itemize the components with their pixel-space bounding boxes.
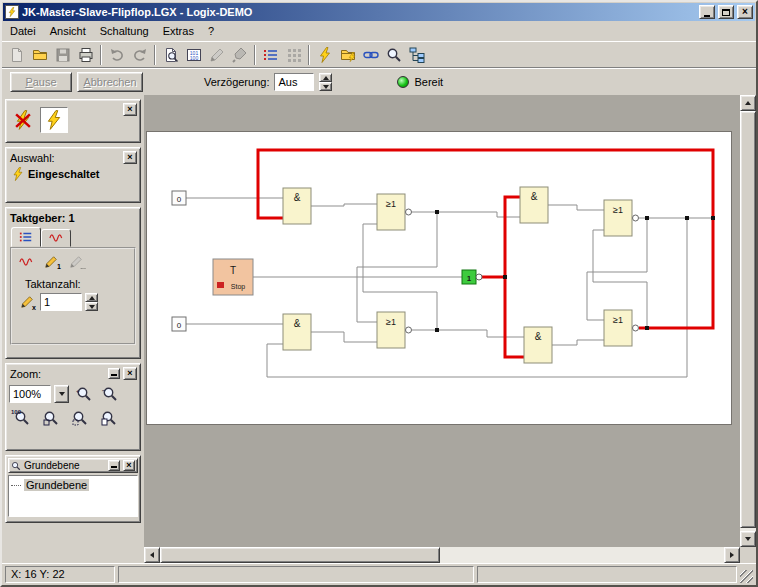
magnifier-fit-icon	[43, 410, 59, 426]
magnifier-icon	[386, 47, 402, 63]
selection-title: Auswahl:	[10, 152, 137, 164]
single-step-button[interactable]: 1	[40, 253, 62, 270]
lightning-off-icon	[13, 110, 33, 130]
levels-close-button[interactable]: ×	[123, 460, 135, 471]
undo-icon	[109, 47, 125, 63]
menu-item-ansicht[interactable]: Ansicht	[43, 22, 93, 40]
save-button[interactable]	[51, 44, 74, 66]
svg-text:≥1: ≥1	[386, 317, 396, 327]
levels-button[interactable]	[405, 44, 428, 66]
zoom-close-button[interactable]: ×	[123, 367, 137, 380]
brush-button[interactable]	[228, 44, 251, 66]
zoom-fit-button[interactable]	[38, 408, 64, 427]
svg-text:0: 0	[177, 321, 182, 330]
statusbar-message	[118, 566, 474, 583]
scroll-up-button[interactable]	[740, 95, 756, 111]
count-pen-button[interactable]: x	[17, 294, 37, 311]
wire-and1-or1	[311, 204, 377, 206]
resize-grip[interactable]	[740, 570, 753, 583]
probe-button[interactable]	[159, 44, 182, 66]
main-area: × × Auswahl: Eingeschaltet	[2, 95, 756, 563]
clock-generator[interactable]: T Stop	[213, 259, 253, 295]
wire-slave-feedback	[267, 218, 713, 377]
connection-button[interactable]	[359, 44, 382, 66]
vertical-scroll-thumb[interactable]	[740, 111, 756, 528]
new-button[interactable]	[5, 44, 28, 66]
simulation-off-button[interactable]	[9, 107, 37, 133]
minimize-button[interactable]	[699, 5, 715, 19]
svg-text:0: 0	[177, 195, 182, 204]
zoom-out-button[interactable]: −	[98, 384, 121, 404]
svg-text:T: T	[230, 265, 236, 276]
delay-input[interactable]	[274, 73, 314, 91]
or-gate-3[interactable]: ≥1	[604, 200, 632, 236]
tab-waveform[interactable]	[41, 229, 71, 247]
zoom-page-button[interactable]	[96, 408, 122, 427]
maximize-button[interactable]	[718, 5, 734, 19]
continuous-button[interactable]: ...	[65, 253, 87, 270]
vertical-scrollbar[interactable]	[740, 95, 756, 547]
horizontal-scroll-thumb[interactable]	[160, 547, 440, 563]
binary-display-button[interactable]: 101 100	[182, 44, 205, 66]
redo-button[interactable]	[128, 44, 151, 66]
print-button[interactable]	[74, 44, 97, 66]
scroll-right-button[interactable]	[724, 547, 740, 563]
pin	[406, 327, 412, 333]
and-gate-4[interactable]: &	[524, 327, 552, 363]
zoom-selection-button[interactable]	[67, 408, 93, 427]
selection-state: Eingeschaltet	[28, 168, 100, 180]
circuit-document[interactable]: 0 0 T Stop & & &	[146, 131, 732, 425]
or-gate-2[interactable]: ≥1	[377, 312, 405, 348]
count-input[interactable]	[40, 293, 82, 311]
grid-button[interactable]	[282, 44, 305, 66]
zoom-100-button[interactable]: 100	[9, 408, 35, 427]
input-source-a[interactable]: 0	[172, 191, 186, 205]
menu-item-datei[interactable]: Datei	[3, 22, 43, 40]
count-spin-down-button[interactable]	[85, 302, 98, 311]
palette-close-button[interactable]: ×	[123, 103, 137, 116]
and-gate-2[interactable]: &	[283, 314, 311, 350]
start-simulation-button[interactable]	[313, 44, 336, 66]
signal-indicator[interactable]: 1	[462, 270, 476, 284]
horizontal-scrollbar[interactable]	[144, 547, 740, 563]
and-gate-3[interactable]: &	[520, 187, 548, 223]
and-gate-1[interactable]: &	[283, 188, 311, 224]
zoom-dropdown-button[interactable]	[54, 385, 69, 403]
svg-text:&: &	[531, 191, 538, 202]
tag-button[interactable]	[205, 44, 228, 66]
tab-pattern[interactable]	[11, 227, 41, 247]
abort-button[interactable]: Abbrechen	[77, 72, 143, 92]
zoom-in-button[interactable]: +	[72, 384, 95, 404]
tree-item-grundebene[interactable]: Grundebene	[11, 479, 135, 491]
levels-panel: Grundebene × Grundebene	[5, 455, 141, 523]
close-button[interactable]: ×	[737, 5, 753, 19]
selection-close-button[interactable]: ×	[123, 151, 137, 164]
or-gate-4[interactable]: ≥1	[604, 310, 632, 346]
menu-item-extras[interactable]: Extras	[156, 22, 201, 40]
simulation-palette: ×	[5, 99, 141, 143]
menu-item-hilfe[interactable]: ?	[201, 22, 221, 40]
simulation-on-button[interactable]	[40, 107, 68, 133]
open-button[interactable]	[28, 44, 51, 66]
delay-spin-down-button[interactable]	[319, 82, 332, 91]
input-source-b[interactable]: 0	[172, 317, 186, 331]
pause-button[interactable]: Pause	[10, 72, 72, 92]
levels-minimize-button[interactable]	[108, 460, 120, 471]
or-gate-1[interactable]: ≥1	[377, 194, 405, 230]
waveform-button[interactable]	[15, 253, 37, 270]
scroll-left-button[interactable]	[144, 547, 160, 563]
auto-simulation-button[interactable]	[336, 44, 359, 66]
zoom-level-input[interactable]	[9, 385, 51, 403]
undo-button[interactable]	[105, 44, 128, 66]
pin	[633, 325, 639, 331]
maximize-icon	[722, 9, 730, 16]
zoom-minimize-button[interactable]	[108, 368, 120, 379]
menu-item-schaltung[interactable]: Schaltung	[93, 22, 156, 40]
test-pattern-button[interactable]	[259, 44, 282, 66]
wire-and4-or4	[552, 340, 604, 345]
scroll-down-button[interactable]	[740, 531, 756, 547]
count-spin-up-button[interactable]	[85, 293, 98, 302]
delay-spin-up-button[interactable]	[319, 73, 332, 82]
zoom-tool-button[interactable]	[382, 44, 405, 66]
toolbar-separator	[100, 45, 102, 65]
